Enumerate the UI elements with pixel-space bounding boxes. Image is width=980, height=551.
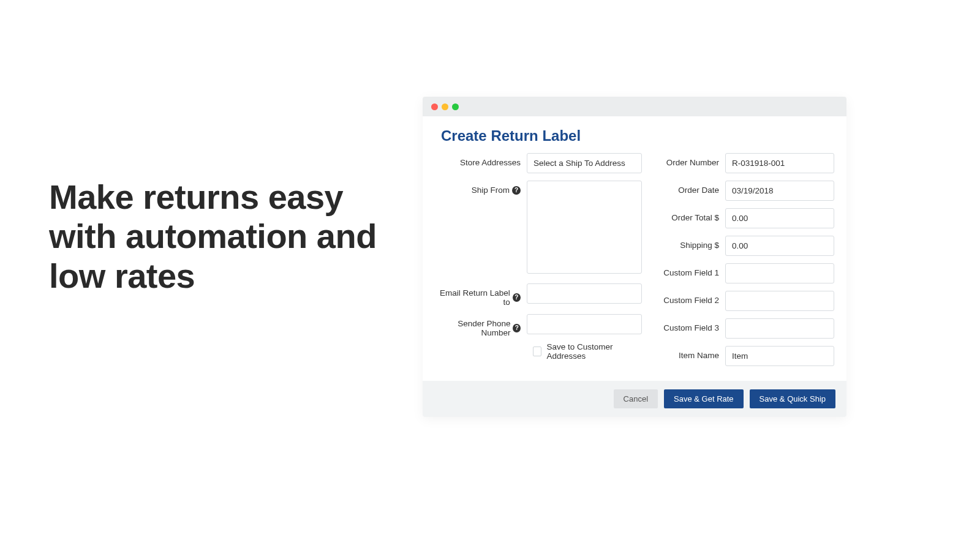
sender-phone-input[interactable]	[527, 314, 642, 334]
form-title: Create Return Label	[423, 116, 846, 153]
order-date-label: Order Date	[657, 181, 725, 195]
order-number-row: Order Number	[657, 153, 834, 173]
ship-from-label-text: Ship From	[472, 186, 510, 195]
sender-phone-label: Sender Phone Number ?	[435, 314, 527, 337]
hero-headline: Make returns easy with automation and lo…	[49, 178, 392, 296]
order-total-row: Order Total $	[657, 208, 834, 228]
save-quick-ship-button[interactable]: Save & Quick Ship	[750, 389, 835, 408]
item-name-label: Item Name	[657, 346, 725, 360]
email-return-label: Email Return Label to ?	[435, 283, 527, 307]
custom-field-2-row: Custom Field 2	[657, 291, 834, 311]
shipping-cost-input[interactable]	[725, 236, 834, 256]
ship-from-label: Ship From ?	[435, 181, 527, 195]
shipping-cost-label: Shipping $	[657, 236, 725, 250]
order-number-label: Order Number	[657, 153, 725, 167]
minimize-icon[interactable]	[442, 103, 448, 110]
form-right-column: Order Number Order Date Order Total $ Sh…	[657, 153, 834, 373]
save-address-checkbox[interactable]	[533, 347, 541, 356]
order-total-input[interactable]	[725, 208, 834, 228]
custom-field-2-label: Custom Field 2	[657, 291, 725, 305]
item-name-row: Item Name	[657, 346, 834, 366]
ship-from-textarea[interactable]	[527, 181, 642, 274]
custom-field-3-label: Custom Field 3	[657, 318, 725, 332]
shipping-cost-row: Shipping $	[657, 236, 834, 256]
custom-field-3-input[interactable]	[725, 318, 834, 339]
order-number-input[interactable]	[725, 153, 834, 173]
email-return-input[interactable]	[527, 283, 642, 304]
ship-from-row: Ship From ?	[435, 181, 642, 276]
order-date-input[interactable]	[725, 181, 834, 201]
action-bar: Cancel Save & Get Rate Save & Quick Ship	[423, 381, 846, 417]
store-addresses-select[interactable]: Select a Ship To Address	[527, 153, 642, 173]
save-get-rate-button[interactable]: Save & Get Rate	[664, 389, 744, 408]
help-icon[interactable]: ?	[513, 293, 521, 302]
custom-field-3-row: Custom Field 3	[657, 318, 834, 339]
cancel-button[interactable]: Cancel	[614, 389, 658, 408]
custom-field-1-row: Custom Field 1	[657, 263, 834, 283]
form-body: Store Addresses Select a Ship To Address…	[423, 153, 846, 381]
sender-phone-row: Sender Phone Number ?	[435, 314, 642, 337]
custom-field-1-input[interactable]	[725, 263, 834, 283]
help-icon[interactable]: ?	[512, 186, 521, 195]
close-icon[interactable]	[431, 103, 438, 110]
save-address-row: Save to Customer Addresses	[435, 342, 642, 361]
sender-phone-label-text: Sender Phone Number	[435, 319, 510, 337]
store-addresses-row: Store Addresses Select a Ship To Address	[435, 153, 642, 173]
email-return-label-text: Email Return Label to	[435, 288, 510, 307]
order-total-label: Order Total $	[657, 208, 725, 222]
form-left-column: Store Addresses Select a Ship To Address…	[435, 153, 642, 373]
custom-field-1-label: Custom Field 1	[657, 263, 725, 277]
maximize-icon[interactable]	[452, 103, 459, 110]
app-window: Create Return Label Store Addresses Sele…	[423, 97, 846, 417]
email-return-row: Email Return Label to ?	[435, 283, 642, 307]
order-date-row: Order Date	[657, 181, 834, 201]
help-icon[interactable]: ?	[513, 324, 521, 332]
item-name-input[interactable]	[725, 346, 834, 366]
save-address-label: Save to Customer Addresses	[546, 342, 642, 361]
custom-field-2-input[interactable]	[725, 291, 834, 311]
window-title-bar	[423, 97, 846, 116]
store-addresses-label: Store Addresses	[435, 153, 527, 167]
